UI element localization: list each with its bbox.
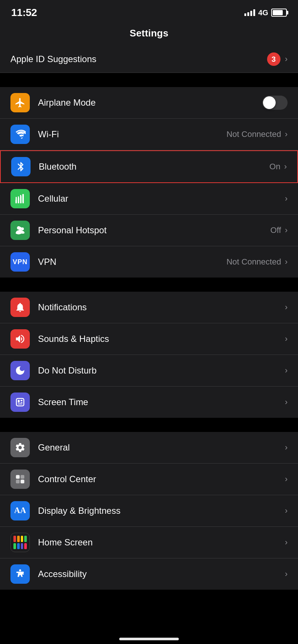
- display-icon: AA: [10, 501, 30, 520]
- hotspot-svg: [15, 225, 26, 236]
- dnd-row[interactable]: Do Not Disturb ›: [0, 355, 298, 387]
- network-label: 4G: [258, 9, 268, 17]
- wifi-value: Not Connected: [226, 129, 281, 139]
- display-row[interactable]: AA Display & Brightness ›: [0, 495, 298, 527]
- svg-text:AA: AA: [15, 506, 26, 515]
- wifi-row[interactable]: Wi-Fi Not Connected ›: [0, 119, 298, 150]
- homescreen-label: Home Screen: [38, 537, 285, 548]
- wifi-icon: [10, 125, 30, 144]
- page-title: Settings: [0, 22, 298, 46]
- screentime-chevron-icon: ›: [285, 397, 288, 407]
- status-bar: 11:52 4G: [0, 0, 298, 22]
- cellular-chevron-icon: ›: [285, 194, 288, 204]
- hotspot-row[interactable]: Personal Hotspot Off ›: [0, 215, 298, 246]
- svg-rect-1: [18, 198, 19, 204]
- svg-rect-12: [16, 480, 20, 483]
- general-row[interactable]: General ›: [0, 432, 298, 464]
- status-time: 11:52: [11, 7, 37, 19]
- controlcenter-chevron-icon: ›: [285, 474, 288, 484]
- homescreen-icon: [10, 533, 30, 552]
- battery-fill: [273, 10, 283, 15]
- bluetooth-row[interactable]: Bluetooth On ›: [0, 150, 298, 183]
- general-label: General: [38, 442, 285, 453]
- vpn-label-icon: VPN: [13, 258, 28, 266]
- bottom-padding: [0, 590, 298, 612]
- apple-id-badge: 3: [267, 52, 280, 66]
- wifi-svg: [15, 129, 26, 140]
- signal-bar-1: [244, 13, 246, 16]
- accessibility-chevron-icon: ›: [285, 569, 288, 579]
- airplane-mode-row[interactable]: Airplane Mode: [0, 87, 298, 119]
- display-svg: AA: [15, 505, 26, 516]
- controlcenter-svg: [15, 474, 26, 485]
- sounds-row[interactable]: Sounds & Haptics ›: [0, 323, 298, 355]
- status-icons: 4G: [244, 9, 287, 17]
- apple-id-right: 3 ›: [267, 52, 288, 66]
- notifications-icon: [10, 298, 30, 317]
- airplane-mode-icon: [10, 93, 30, 112]
- accessibility-icon: [10, 564, 30, 584]
- signal-bar-3: [250, 11, 252, 16]
- sounds-icon: [10, 329, 30, 349]
- screentime-row[interactable]: Screen Time ›: [0, 387, 298, 418]
- signal-bar-4: [253, 9, 255, 16]
- vpn-chevron-icon: ›: [285, 257, 288, 267]
- cellular-label: Cellular: [38, 193, 285, 204]
- signal-bars-icon: [244, 9, 255, 16]
- connectivity-section: Airplane Mode Wi-Fi Not Connected › Blue…: [0, 87, 298, 278]
- cellular-icon: [10, 189, 30, 208]
- battery-body: [271, 9, 287, 17]
- notifications-row[interactable]: Notifications ›: [0, 292, 298, 323]
- homescreen-grid: [13, 536, 27, 549]
- bluetooth-value: On: [269, 162, 280, 172]
- controlcenter-label: Control Center: [38, 474, 285, 484]
- hs-dot-4: [24, 536, 27, 542]
- svg-rect-9: [18, 404, 23, 404]
- bluetooth-chevron-icon: ›: [284, 162, 287, 172]
- display-label: Display & Brightness: [38, 506, 285, 516]
- hotspot-chevron-icon: ›: [285, 225, 288, 235]
- bluetooth-icon: [11, 157, 31, 176]
- hotspot-value: Off: [270, 225, 281, 235]
- accessibility-label: Accessibility: [38, 569, 285, 579]
- hs-dot-3: [21, 536, 23, 542]
- vpn-icon: VPN: [10, 252, 30, 272]
- airplane-mode-label: Airplane Mode: [38, 97, 262, 108]
- system-section-1: Notifications › Sounds & Haptics › Do No…: [0, 292, 298, 418]
- notifications-svg: [15, 302, 26, 313]
- section-gap-3: [0, 418, 298, 432]
- section-gap-1: [0, 73, 298, 87]
- cellular-row[interactable]: Cellular ›: [0, 183, 298, 215]
- controlcenter-row[interactable]: Control Center ›: [0, 464, 298, 495]
- battery-icon: [271, 9, 287, 17]
- screentime-icon: [10, 393, 30, 412]
- homescreen-row[interactable]: Home Screen ›: [0, 527, 298, 558]
- notifications-label: Notifications: [38, 302, 285, 313]
- hs-dot-2: [17, 536, 20, 542]
- svg-rect-10: [16, 475, 20, 479]
- wifi-chevron-icon: ›: [285, 129, 288, 139]
- svg-rect-0: [16, 200, 17, 204]
- home-indicator: [119, 638, 179, 640]
- wifi-label: Wi-Fi: [38, 129, 226, 140]
- system-section-2: General › Control Center › AA Display & …: [0, 432, 298, 590]
- vpn-row[interactable]: VPN VPN Not Connected ›: [0, 246, 298, 278]
- svg-rect-8: [20, 402, 22, 403]
- airplane-mode-toggle[interactable]: [262, 96, 288, 110]
- hotspot-icon: [10, 221, 30, 240]
- hotspot-label: Personal Hotspot: [38, 225, 270, 236]
- accessibility-row[interactable]: Accessibility ›: [0, 558, 298, 590]
- apple-id-suggestions-row[interactable]: Apple ID Suggestions 3 ›: [0, 46, 298, 73]
- svg-rect-2: [20, 196, 22, 204]
- bluetooth-svg: [15, 161, 26, 172]
- svg-rect-6: [18, 400, 20, 403]
- accessibility-svg: [15, 568, 26, 580]
- vpn-label: VPN: [38, 257, 226, 267]
- screentime-svg: [15, 397, 26, 408]
- hs-dot-7: [21, 543, 23, 550]
- dnd-chevron-icon: ›: [285, 366, 288, 375]
- general-icon: [10, 438, 30, 457]
- hs-dot-6: [17, 543, 20, 550]
- notifications-chevron-icon: ›: [285, 302, 288, 312]
- vpn-value: Not Connected: [226, 257, 281, 267]
